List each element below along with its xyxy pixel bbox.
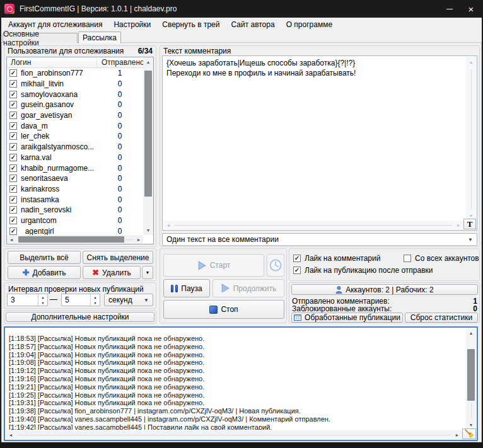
comment-textarea[interactable]: {Хочешь заработать|Ищешь способы заработ… — [162, 55, 477, 231]
accounts-button[interactable]: Аккаунтов: 2 | Рабочих: 2 — [291, 284, 478, 295]
scroll-up-icon[interactable]: ▲ — [466, 329, 476, 337]
deselect-button[interactable]: Снять выделение — [83, 251, 153, 264]
stop-button[interactable]: Стоп — [163, 300, 284, 319]
table-row[interactable]: ✓ler_chek0 — [7, 131, 143, 142]
interval-from-stepper[interactable]: 3 ▲ ▼ — [7, 294, 48, 306]
column-sent[interactable]: Отправлено — [102, 58, 144, 67]
checkbox-checked[interactable]: ✓ — [9, 101, 17, 108]
step-up-icon[interactable]: ▲ — [91, 294, 100, 300]
chevron-down-icon: ▼ — [468, 237, 473, 243]
checkbox-unchecked[interactable] — [404, 255, 411, 262]
table-row[interactable]: ✓dava_m0 — [7, 120, 143, 131]
table-row[interactable]: ✓karna.val0 — [7, 152, 143, 163]
checkbox-checked[interactable]: ✓ — [293, 255, 301, 262]
scroll-up-icon[interactable]: ▲ — [143, 57, 153, 67]
menu-item-author-site[interactable]: Сайт автора — [225, 18, 280, 32]
checkbox-checked[interactable]: ✓ — [9, 143, 17, 151]
checkbox-checked[interactable]: ✓ — [9, 185, 17, 193]
extra-settings-button[interactable]: Дополнительные настройки — [6, 312, 154, 322]
checkbox-checked[interactable]: ✓ — [9, 196, 17, 204]
interval-dash: — — [50, 295, 57, 304]
scrollbar-thumb[interactable] — [144, 71, 152, 197]
log-hscrollbar[interactable]: ◄ ► — [6, 430, 462, 439]
log-vscrollbar[interactable]: ▲ ▼ — [466, 328, 476, 430]
step-down-icon[interactable]: ▼ — [91, 300, 100, 306]
menu-item-settings[interactable]: Настройки — [108, 18, 156, 32]
close-button[interactable]: × — [460, 0, 482, 18]
minimize-button[interactable] — [439, 0, 460, 18]
resume-button[interactable]: Продолжить — [212, 279, 284, 297]
table-row[interactable]: ✓gusein.gasanov0 — [7, 100, 143, 110]
processed-posts-button[interactable]: Обработанные публикации — [291, 313, 403, 323]
users-list[interactable]: Логин Отправлено ✓fion_arobinson7771✓mik… — [6, 57, 154, 244]
checkbox-checked[interactable]: ✓ — [9, 227, 17, 235]
checkbox-checked[interactable]: ✓ — [9, 164, 17, 172]
table-row[interactable]: ✓urgantcom0 — [7, 215, 143, 226]
table-row[interactable]: ✓_agentgirl0 — [7, 226, 143, 236]
table-row[interactable]: ✓instasamka0 — [7, 194, 143, 205]
scroll-down-icon[interactable]: ▼ — [143, 226, 153, 235]
checkbox-checked[interactable]: ✓ — [9, 80, 17, 88]
checkbox-checked[interactable]: ✓ — [9, 69, 17, 77]
stepper-arrows[interactable]: ▲ ▼ — [90, 294, 100, 306]
add-user-button[interactable]: ✚ Добавить — [8, 266, 81, 279]
interval-to-stepper[interactable]: 5 ▲ ▼ — [61, 294, 100, 306]
scrollbar-thumb[interactable] — [467, 349, 475, 401]
checkbox-checked[interactable]: ✓ — [9, 154, 17, 161]
scroll-up-icon[interactable]: ▲ — [466, 58, 476, 66]
checkbox-checked[interactable]: ✓ — [9, 206, 17, 214]
table-row[interactable]: ✓samoylovaoxana0 — [7, 89, 143, 100]
comment-vscrollbar[interactable]: ▲ ▼ — [466, 57, 476, 221]
checkbox-checked[interactable]: ✓ — [9, 175, 17, 182]
scroll-right-icon[interactable]: ► — [134, 235, 143, 244]
tab-main-settings[interactable]: Основные настройки — [3, 33, 78, 43]
all-accounts-option[interactable]: Со всех аккаунтов — [404, 254, 479, 263]
like-comment-option[interactable]: ✓ Лайк на комментарий — [293, 254, 380, 263]
checkbox-checked[interactable]: ✓ — [293, 267, 301, 274]
table-row[interactable]: ✓goar_avetisyan0 — [7, 110, 143, 121]
interval-unit-select[interactable]: секунд ▼ — [104, 294, 153, 306]
log-panel[interactable]: [1:18:53] [Рассылка] Новых публикаций по… — [4, 326, 478, 441]
titlebar[interactable]: FirstCommentIG | Версия: 1.0.1 | chaldae… — [0, 0, 483, 18]
checkbox-checked[interactable]: ✓ — [9, 217, 17, 224]
tab-mailing[interactable]: Рассылка — [78, 32, 121, 43]
select-all-button[interactable]: Выделить всё — [8, 251, 81, 264]
delete-user-button[interactable]: ✖ Удалить — [83, 266, 141, 279]
clear-log-button[interactable] — [462, 428, 476, 439]
comment-mode-select[interactable]: Один текст на все комментарии ▼ — [162, 233, 477, 246]
scroll-right-icon[interactable]: ► — [453, 430, 461, 439]
schedule-button[interactable] — [267, 254, 284, 277]
table-row[interactable]: ✓khabib_nurmagome...0 — [7, 163, 143, 173]
checkbox-checked[interactable]: ✓ — [9, 112, 17, 119]
table-row[interactable]: ✓senoritasaeva0 — [7, 173, 143, 184]
delete-options-button[interactable]: ▼ — [142, 266, 153, 279]
scroll-right-icon[interactable]: ► — [455, 221, 462, 229]
pause-button[interactable]: Пауза — [163, 279, 210, 297]
reset-stats-button[interactable]: Сброс статистики — [405, 313, 478, 323]
scroll-left-icon[interactable]: ◄ — [7, 235, 16, 244]
users-hscrollbar[interactable]: ◄ ► — [7, 235, 143, 244]
stepper-arrows[interactable]: ▲ ▼ — [38, 294, 47, 306]
table-row[interactable]: ✓karinakross0 — [7, 184, 143, 195]
checkbox-checked[interactable]: ✓ — [9, 122, 17, 130]
broom-icon — [465, 429, 474, 439]
step-up-icon[interactable]: ▲ — [38, 294, 47, 300]
menu-item-about[interactable]: О программе — [281, 18, 338, 32]
column-login[interactable]: Логин — [11, 58, 31, 67]
checkbox-checked[interactable]: ✓ — [9, 91, 17, 98]
step-down-icon[interactable]: ▼ — [38, 300, 47, 306]
table-row[interactable]: ✓nadin_serovski0 — [7, 205, 143, 215]
menu-item-minimize-to-tray[interactable]: Свернуть в трей — [156, 18, 225, 32]
checkbox-checked[interactable]: ✓ — [9, 132, 17, 140]
like-post-option[interactable]: ✓ Лайк на публикацию после отправки — [293, 266, 433, 275]
table-row[interactable]: ✓fion_arobinson7771 — [7, 68, 143, 79]
start-button[interactable]: Старт — [163, 254, 264, 277]
scrollbar-thumb[interactable] — [18, 236, 124, 243]
comment-hscrollbar[interactable]: ◄ ► — [163, 221, 463, 229]
table-row[interactable]: ✓mikhail_litvin0 — [7, 79, 143, 89]
text-format-button[interactable]: T — [463, 219, 476, 229]
users-vscrollbar[interactable]: ▲ ▼ — [143, 57, 153, 235]
scroll-left-icon[interactable]: ◄ — [7, 430, 15, 439]
scroll-left-icon[interactable]: ◄ — [165, 221, 172, 229]
table-row[interactable]: ✓araikgalstyanmosco...0 — [7, 142, 143, 152]
